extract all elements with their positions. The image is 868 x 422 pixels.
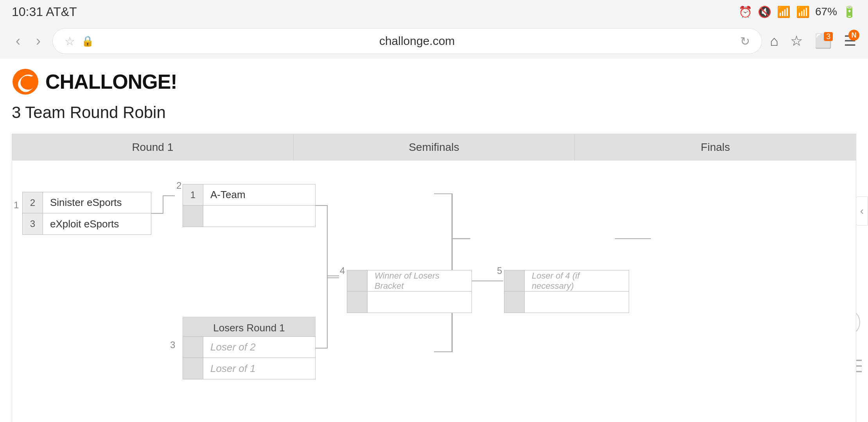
status-time-carrier: 10:31 AT&T [12, 5, 77, 19]
battery-icon: 🔋 [843, 5, 856, 18]
status-time: 10:31 [12, 5, 43, 19]
notification-badge: N [848, 30, 859, 41]
back-button[interactable]: ‹ [12, 31, 24, 51]
signal-icon: 📶 [796, 5, 810, 18]
alarm-icon: ⏰ [739, 5, 752, 18]
page-title: 3 Team Round Robin [12, 99, 856, 134]
bracket-headers: Round 1 Semifinals Finals [12, 134, 856, 161]
status-bar: 10:31 AT&T ⏰ 🔇 📶 📶 67% 🔋 [0, 0, 868, 23]
match2-team1-name: A-Team [203, 189, 315, 201]
match1-team1[interactable]: 2 Sinister eSports [22, 192, 151, 213]
match5-team1-seed [504, 270, 525, 291]
match5-team1-name: Loser of 4 (if necessary) [525, 271, 629, 291]
match3-team2-name: Loser of 1 [203, 363, 315, 375]
match3-team1-seed [183, 337, 203, 358]
header-round1: Round 1 [12, 134, 294, 161]
tabs-icon[interactable]: ⬜ 3 [814, 33, 832, 49]
browser-bar: ‹ › ☆ 🔒 challonge.com ↻ ⌂ ☆ ⬜ 3 ☰ N [0, 23, 868, 59]
match3-number-label: 3 [170, 340, 175, 350]
match1-team2[interactable]: 3 eXploit eSports [22, 213, 151, 235]
match4-team2-seed [347, 291, 368, 313]
wifi-icon: 📶 [777, 5, 791, 18]
match5-team2-seed [504, 291, 525, 313]
match4-number-label: 4 [340, 265, 345, 276]
match4-team2-empty[interactable] [347, 291, 472, 313]
match1: 2 Sinister eSports 3 eXploit eSports [22, 192, 151, 235]
refresh-icon[interactable]: ↻ [740, 34, 750, 48]
collapse-button[interactable]: ‹ [856, 197, 868, 225]
home-icon[interactable]: ⌂ [770, 33, 778, 49]
match2-number-label: 2 [176, 180, 181, 191]
match3: Loser of 2 Loser of 1 [183, 336, 316, 379]
starred-tabs-icon[interactable]: ☆ [790, 33, 803, 49]
match4-team1-name: Winner of Losers Bracket [368, 271, 472, 291]
battery-percent: 67% [815, 5, 837, 18]
logo-text: CHALLONGE! [45, 70, 177, 93]
match1-team1-name: Sinister eSports [43, 197, 151, 209]
status-carrier: AT&T [46, 5, 77, 19]
menu-icon[interactable]: ☰ N [844, 33, 856, 49]
match4: Winner of Losers Bracket [347, 270, 472, 313]
match5: Loser of 4 (if necessary) [504, 270, 629, 313]
match2-team2-empty[interactable] [183, 206, 316, 227]
match1-team1-seed: 2 [23, 192, 43, 213]
match4-team1[interactable]: Winner of Losers Bracket [347, 270, 472, 291]
lock-icon: 🔒 [81, 35, 94, 47]
match2: 1 A-Team [183, 184, 316, 227]
bookmark-icon[interactable]: ☆ [65, 34, 75, 48]
match2-team1-seed: 1 [183, 184, 203, 205]
url-text[interactable]: challonge.com [100, 34, 734, 48]
match3-team2[interactable]: Loser of 1 [183, 358, 316, 379]
logo-area: CHALLONGE! [12, 59, 856, 99]
status-icons: ⏰ 🔇 📶 📶 67% 🔋 [739, 5, 856, 18]
match1-team2-seed: 3 [23, 213, 43, 234]
match2-team2-seed [183, 206, 203, 227]
match1-team2-name: eXploit eSports [43, 218, 151, 230]
match3-team1[interactable]: Loser of 2 [183, 336, 316, 358]
losers-round1-header: Losers Round 1 [183, 317, 316, 339]
forward-button[interactable]: › [32, 31, 45, 51]
bracket-container: Round 1 Semifinals Finals [12, 134, 856, 422]
tab-count: 3 [824, 32, 833, 41]
header-semis: Semifinals [294, 134, 575, 161]
challonge-logo-icon [12, 68, 39, 95]
match1-number-label: 1 [14, 200, 19, 211]
match3-team2-seed [183, 358, 203, 379]
match4-team1-seed [347, 270, 368, 291]
header-finals: Finals [575, 134, 856, 161]
mute-icon: 🔇 [758, 5, 771, 18]
address-bar[interactable]: ☆ 🔒 challonge.com ↻ [52, 28, 762, 54]
browser-icons: ⌂ ☆ ⬜ 3 ☰ N [770, 33, 856, 49]
match5-team2-empty[interactable] [504, 291, 629, 313]
match5-team1[interactable]: Loser of 4 (if necessary) [504, 270, 629, 291]
match5-number-label: 5 [497, 265, 502, 276]
match3-team1-name: Loser of 2 [203, 341, 315, 353]
page-content: CHALLONGE! 3 Team Round Robin Round 1 Se… [0, 59, 868, 422]
match2-team1[interactable]: 1 A-Team [183, 184, 316, 206]
